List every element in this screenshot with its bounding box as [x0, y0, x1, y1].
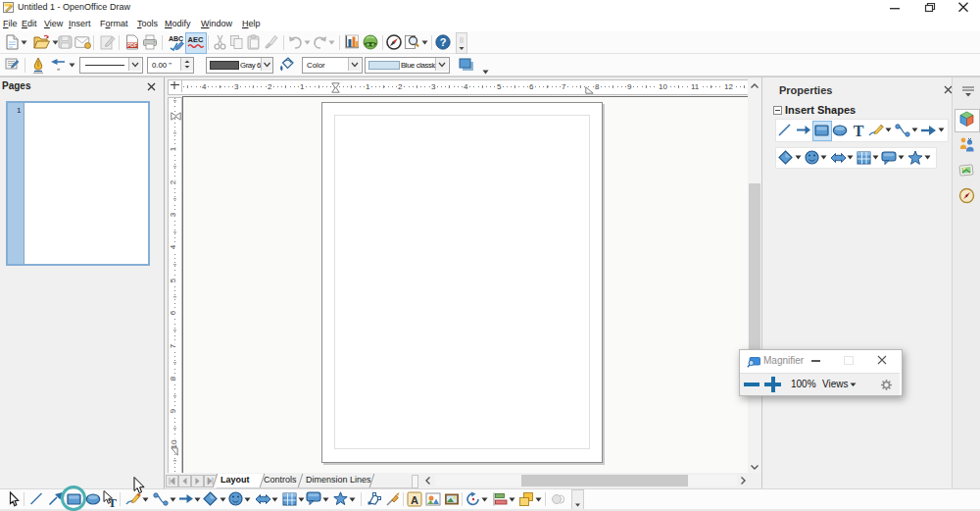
svg-text:T: T	[108, 495, 117, 509]
svg-text:AEC: AEC	[188, 35, 204, 44]
svg-text:T: T	[854, 123, 864, 138]
svg-text:PDF: PDF	[127, 42, 137, 48]
svg-text:?: ?	[440, 36, 447, 48]
svg-text:ABC: ABC	[169, 35, 183, 42]
svg-text:«: «	[57, 66, 61, 72]
svg-text:A: A	[411, 494, 418, 506]
